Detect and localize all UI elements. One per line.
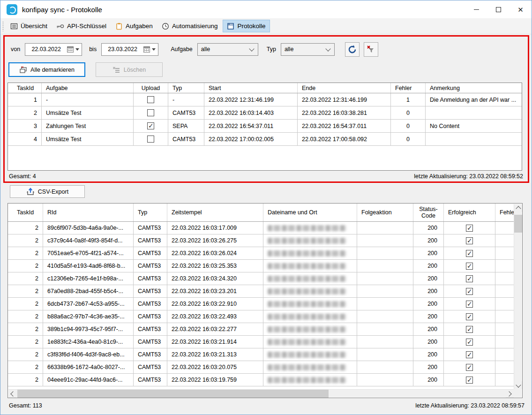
chevron-down-icon[interactable] [75, 48, 79, 51]
nav-uebersicht[interactable]: Übersicht [7, 20, 51, 32]
col-header-typ[interactable]: Typ [168, 83, 204, 93]
table-row[interactable]: 2 67a0ed88-2bad-455f-b5c4-... CAMT53 22.… [8, 285, 514, 298]
cell-erfolgreich[interactable] [444, 348, 495, 361]
table-row[interactable]: 2 c37c9c44-0a8f-49f3-854f-d... CAMT53 22… [8, 234, 514, 247]
date-to-picker[interactable]: 23.03.2022 [101, 43, 158, 56]
table-row[interactable]: 2 c12306eb-7265-4e1f-b98a-... CAMT53 22.… [8, 272, 514, 285]
chevron-down-icon[interactable] [152, 48, 156, 51]
erfolgreich-checkbox[interactable] [466, 225, 473, 232]
table-row[interactable]: 2 89c6f907-5d3b-4a6a-9a0e-... CAMT53 22.… [8, 222, 514, 234]
scroll-up-button[interactable] [514, 204, 522, 212]
upload-checkbox[interactable] [147, 96, 154, 103]
table-row[interactable]: 2 1e883fc2-436a-4ea0-81c9-... CAMT53 22.… [8, 336, 514, 348]
erfolgreich-checkbox[interactable] [466, 313, 473, 320]
typ-select[interactable]: alle [281, 43, 335, 56]
table-row[interactable]: 1 - - 22.03.2022 12:31:46.199 22.03.2022… [8, 93, 522, 106]
csv-export-button[interactable]: CSV-Export [10, 185, 85, 198]
col-header-taskid[interactable]: TaskId [8, 204, 43, 221]
col-header-ende[interactable]: Ende [298, 83, 391, 93]
cell-erfolgreich[interactable] [444, 374, 495, 386]
vertical-scrollbar[interactable] [514, 204, 522, 389]
cell-erfolgreich[interactable] [444, 336, 495, 348]
cell-erfolgreich[interactable] [444, 310, 495, 323]
cell-erfolgreich[interactable] [444, 234, 495, 247]
vertical-scroll-thumb[interactable] [514, 215, 522, 233]
nav-api-schluessel[interactable]: API-Schlüssel [52, 20, 110, 32]
scroll-right-button[interactable] [506, 390, 514, 398]
horizontal-scroll-thumb[interactable] [17, 390, 329, 398]
col-header-erfolgreich[interactable]: Erfolgreich [444, 204, 495, 221]
col-header-typ[interactable]: Typ [134, 204, 167, 221]
cell-anmerkung [426, 106, 522, 120]
erfolgreich-checkbox[interactable] [466, 351, 473, 358]
cell-erfolgreich[interactable] [444, 285, 495, 298]
erfolgreich-checkbox[interactable] [466, 263, 473, 270]
erfolgreich-checkbox[interactable] [466, 275, 473, 282]
log-table-statusbar: Gesamt: 113 letzte Aktualisierung: 23.03… [9, 401, 525, 410]
maximize-button[interactable] [487, 0, 510, 18]
cell-upload[interactable] [134, 93, 168, 106]
alle-demarkieren-button[interactable]: Alle demarkieren [8, 62, 85, 77]
minimize-button[interactable] [465, 0, 487, 18]
cell-upload[interactable] [134, 106, 168, 120]
col-header-upload[interactable]: Upload [134, 83, 168, 93]
erfolgreich-checkbox[interactable] [466, 364, 473, 371]
erfolgreich-checkbox[interactable] [466, 339, 473, 346]
cell-upload[interactable] [134, 120, 168, 133]
aufgabe-select[interactable]: alle [197, 43, 258, 56]
nav-automatisierung[interactable]: Automatisierung [158, 20, 222, 32]
scroll-down-button[interactable] [514, 381, 522, 389]
cell-erfolgreich[interactable] [444, 247, 495, 260]
col-header-rid[interactable]: RId [43, 204, 134, 221]
toolbar-grip[interactable] [2, 21, 4, 31]
table-row[interactable]: 2 b88a6ac2-97b7-4c36-ae35-... CAMT53 22.… [8, 310, 514, 323]
upload-checkbox[interactable] [147, 122, 154, 129]
date-from-picker[interactable]: 22.03.2022 [25, 43, 82, 56]
cell-erfolgreich[interactable] [444, 222, 495, 234]
col-header-start[interactable]: Start [204, 83, 298, 93]
upload-checkbox[interactable] [147, 136, 154, 143]
clear-filter-button[interactable] [364, 42, 378, 57]
table-row[interactable]: 2 410d5a5f-e193-4ad6-8f68-b... CAMT53 22… [8, 260, 514, 272]
col-header-fehler[interactable]: Fehler [391, 83, 426, 93]
table-row[interactable]: 2 Umsätze Test CAMT53 22.03.2022 16:03:1… [8, 106, 522, 120]
scroll-left-button[interactable] [8, 390, 16, 398]
refresh-button[interactable] [345, 42, 360, 57]
cell-erfolgreich[interactable] [444, 361, 495, 374]
upload-checkbox[interactable] [147, 109, 154, 116]
col-header-folgeaktion[interactable]: Folgeaktion [357, 204, 413, 221]
col-header-taskid[interactable]: TaskId [8, 83, 42, 93]
col-header-fehler[interactable]: Fehler [495, 204, 514, 221]
table-row[interactable]: 2 c3f83f6d-f406-4d3f-9ac8-eb... CAMT53 2… [8, 348, 514, 361]
erfolgreich-checkbox[interactable] [466, 250, 473, 257]
col-header-anmerkung[interactable]: Anmerkung [426, 83, 522, 93]
col-header-dateiname[interactable]: Dateiname und Ort [263, 204, 357, 221]
cell-erfolgreich[interactable] [444, 272, 495, 285]
table-row[interactable]: 2 389b1c94-9973-45c7-95f7-... CAMT53 22.… [8, 323, 514, 336]
erfolgreich-checkbox[interactable] [466, 377, 473, 384]
cell-erfolgreich[interactable] [444, 260, 495, 272]
cell-ende: 22.03.2022 17:00:58.092 [298, 133, 391, 146]
erfolgreich-checkbox[interactable] [466, 288, 473, 295]
cell-upload[interactable] [134, 133, 168, 146]
erfolgreich-checkbox[interactable] [466, 301, 473, 308]
col-header-zeitstempel[interactable]: Zeitstempel [167, 204, 263, 221]
horizontal-scrollbar[interactable] [8, 389, 514, 397]
erfolgreich-checkbox[interactable] [466, 237, 473, 244]
erfolgreich-checkbox[interactable] [466, 326, 473, 333]
col-header-status-code[interactable]: Status-Code [413, 204, 444, 221]
close-button[interactable]: ✕ [510, 0, 532, 18]
col-header-aufgabe[interactable]: Aufgabe [42, 83, 134, 93]
scrollbar-corner [514, 389, 522, 397]
table-row[interactable]: 2 7051eae5-e705-4f21-a574-... CAMT53 22.… [8, 247, 514, 260]
table-row[interactable]: 2 04eee91c-29ac-44fd-9ac6-... CAMT53 22.… [8, 374, 514, 386]
table-row[interactable]: 3 Zahlungen Test SEPA 22.03.2022 16:54:3… [8, 120, 522, 133]
nav-aufgaben[interactable]: Aufgaben [112, 20, 157, 32]
table-row[interactable]: 4 Umsätze Test CAMT53 22.03.2022 17:00:0… [8, 133, 522, 146]
cell-erfolgreich[interactable] [444, 323, 495, 336]
nav-protokolle[interactable]: Protokolle [223, 20, 270, 32]
table-row[interactable]: 2 6dcb4737-2b67-4c53-a955-... CAMT53 22.… [8, 298, 514, 310]
cell-erfolgreich[interactable] [444, 298, 495, 310]
loeschen-button[interactable]: Löschen [96, 62, 163, 77]
table-row[interactable]: 2 66338b96-1672-4a0c-8027-... CAMT53 22.… [8, 361, 514, 374]
